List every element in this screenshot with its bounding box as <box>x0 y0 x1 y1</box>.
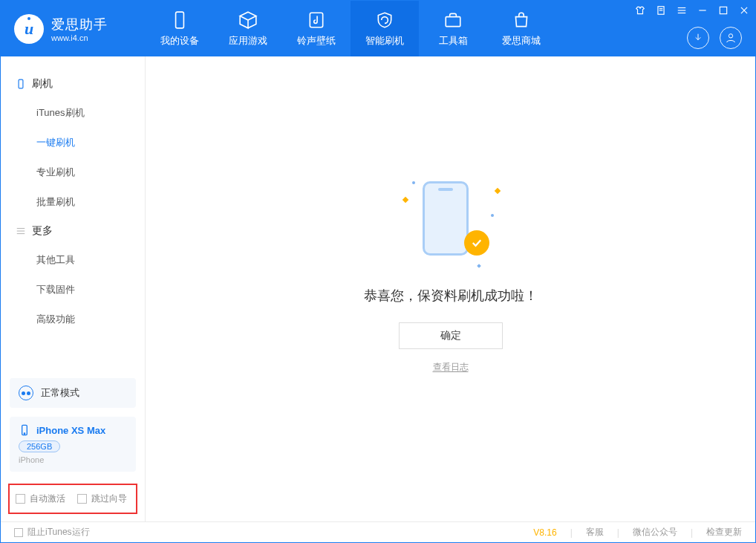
sidebar-group-more: 更多 <box>1 217 145 245</box>
tab-label: 爱思商城 <box>502 34 541 48</box>
logo-block: u 爱思助手 www.i4.cn <box>1 14 146 44</box>
mode-card[interactable]: 正常模式 <box>10 378 136 408</box>
svg-point-13 <box>729 34 732 38</box>
tab-label: 我的设备 <box>160 34 199 48</box>
footer-link-wechat[interactable]: 微信公众号 <box>633 526 677 539</box>
svg-rect-0 <box>176 12 184 28</box>
cube-icon <box>238 10 258 30</box>
mode-icon <box>19 386 33 400</box>
tab-my-device[interactable]: 我的设备 <box>146 1 214 56</box>
window-controls <box>635 5 749 16</box>
sidebar: 刷机 iTunes刷机 一键刷机 专业刷机 批量刷机 更多 其他工具 下载固件 … <box>1 56 146 521</box>
refresh-shield-icon <box>375 10 394 30</box>
tab-toolbox[interactable]: 工具箱 <box>419 1 487 56</box>
app-name-cn: 爱思助手 <box>51 16 108 33</box>
checkbox-icon <box>14 528 23 537</box>
sidebar-item-pro-flash[interactable]: 专业刷机 <box>1 157 145 187</box>
checkbox-label: 跳过向导 <box>91 492 127 505</box>
mode-label: 正常模式 <box>41 386 79 400</box>
checkbox-block-itunes[interactable]: 阻止iTunes运行 <box>14 526 90 539</box>
svg-rect-10 <box>720 7 726 13</box>
checkbox-icon <box>16 494 25 504</box>
phone-illustration-icon <box>423 181 469 256</box>
app-header: u 爱思助手 www.i4.cn 我的设备 应用游戏 铃声壁纸 智能刷机 工具箱 <box>1 1 755 56</box>
footer-right: V8.16 | 客服 | 微信公众号 | 检查更新 <box>533 526 742 539</box>
ok-button[interactable]: 确定 <box>399 322 503 349</box>
checkbox-label: 阻止iTunes运行 <box>27 526 90 539</box>
maximize-icon[interactable] <box>718 5 729 16</box>
sidebar-item-batch-flash[interactable]: 批量刷机 <box>1 187 145 217</box>
checkbox-auto-activate[interactable]: 自动激活 <box>16 492 65 505</box>
tab-label: 铃声壁纸 <box>297 34 336 48</box>
sidebar-item-itunes-flash[interactable]: iTunes刷机 <box>1 98 145 128</box>
check-circle-icon <box>464 230 489 256</box>
main-content: 恭喜您，保资料刷机成功啦！ 确定 查看日志 <box>146 56 755 521</box>
sidebar-item-oneclick-flash[interactable]: 一键刷机 <box>1 128 145 157</box>
device-type: iPhone <box>19 455 127 464</box>
checkbox-label: 自动激活 <box>30 492 65 505</box>
user-button[interactable] <box>720 27 742 49</box>
device-name: iPhone XS Max <box>36 425 105 436</box>
tab-label: 智能刷机 <box>365 34 404 48</box>
checkbox-icon <box>77 494 87 504</box>
svg-rect-2 <box>446 16 460 26</box>
footer: 阻止iTunes运行 V8.16 | 客服 | 微信公众号 | 检查更新 <box>1 521 755 542</box>
header-action-circles <box>687 27 742 49</box>
tab-label: 应用游戏 <box>229 34 267 48</box>
close-icon[interactable] <box>739 5 749 16</box>
success-illustration <box>406 175 495 264</box>
minimize-icon[interactable] <box>697 5 708 16</box>
svg-rect-14 <box>19 79 23 88</box>
svg-rect-1 <box>310 13 322 27</box>
music-note-icon <box>307 10 326 30</box>
svg-point-19 <box>24 433 25 434</box>
device-storage-badge: 256GB <box>19 440 60 452</box>
sidebar-item-download-firmware[interactable]: 下载固件 <box>1 275 145 305</box>
app-name-en: www.i4.cn <box>51 33 108 42</box>
version-label: V8.16 <box>533 527 556 538</box>
success-message: 恭喜您，保资料刷机成功啦！ <box>364 287 538 305</box>
device-card[interactable]: iPhone XS Max 256GB iPhone <box>10 417 136 472</box>
checkbox-skip-guide[interactable]: 跳过向导 <box>77 492 127 505</box>
logo-text: 爱思助手 www.i4.cn <box>51 16 108 42</box>
note-icon[interactable] <box>656 5 666 16</box>
main-tabs: 我的设备 应用游戏 铃声壁纸 智能刷机 工具箱 爱思商城 <box>146 1 555 56</box>
menu-icon[interactable] <box>677 5 687 16</box>
tab-apps-games[interactable]: 应用游戏 <box>214 1 282 56</box>
toolbox-icon <box>443 10 463 30</box>
group-label: 刷机 <box>32 77 53 91</box>
download-button[interactable] <box>687 27 709 49</box>
footer-link-update[interactable]: 检查更新 <box>706 526 742 539</box>
sidebar-group-flash: 刷机 <box>1 70 145 98</box>
app-logo-icon: u <box>14 14 44 44</box>
tab-smart-flash[interactable]: 智能刷机 <box>351 1 419 56</box>
group-label: 更多 <box>32 224 53 238</box>
view-log-link[interactable]: 查看日志 <box>433 361 469 374</box>
tab-store[interactable]: 爱思商城 <box>487 1 555 56</box>
device-icon <box>170 10 189 30</box>
tab-ringtones-wallpapers[interactable]: 铃声壁纸 <box>282 1 351 56</box>
tab-label: 工具箱 <box>439 34 468 48</box>
options-highlight-box: 自动激活 跳过向导 <box>8 484 137 514</box>
footer-link-service[interactable]: 客服 <box>586 526 604 539</box>
bag-icon <box>512 10 531 30</box>
sidebar-item-other-tools[interactable]: 其他工具 <box>1 245 145 275</box>
sidebar-item-advanced[interactable]: 高级功能 <box>1 305 145 334</box>
phone-icon <box>19 424 30 436</box>
shirt-icon[interactable] <box>635 5 645 16</box>
